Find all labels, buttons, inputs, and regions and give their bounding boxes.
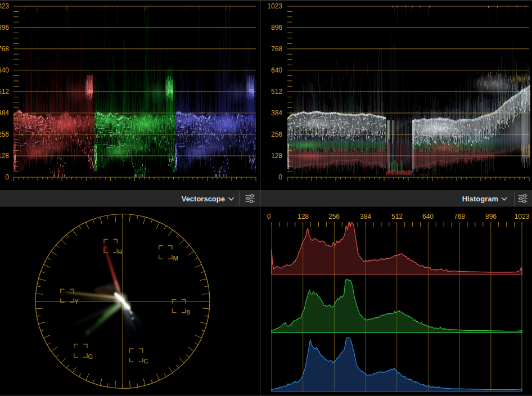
svg-text:384: 384	[360, 213, 371, 220]
svg-text:0: 0	[5, 173, 9, 181]
svg-text:768: 768	[0, 45, 9, 53]
svg-text:1023: 1023	[267, 2, 282, 10]
svg-text:B: B	[186, 309, 190, 316]
svg-text:Vectorscope: Vectorscope	[182, 195, 225, 203]
svg-text:1023: 1023	[0, 2, 9, 10]
svg-text:128: 128	[0, 152, 9, 160]
svg-text:512: 512	[391, 213, 403, 220]
svg-text:512: 512	[271, 88, 282, 96]
svg-text:R: R	[118, 249, 123, 255]
svg-text:1023: 1023	[515, 213, 530, 220]
svg-text:128: 128	[271, 152, 282, 160]
svg-text:256: 256	[328, 213, 340, 220]
svg-text:128: 128	[297, 213, 309, 220]
svg-text:0: 0	[267, 213, 271, 220]
svg-text:256: 256	[0, 130, 9, 138]
svg-text:384: 384	[271, 109, 282, 117]
svg-text:640: 640	[0, 66, 9, 74]
svg-text:G: G	[88, 353, 93, 360]
svg-text:M: M	[173, 255, 178, 262]
svg-text:640: 640	[271, 66, 282, 74]
svg-text:384: 384	[0, 109, 9, 117]
svg-text:768: 768	[271, 45, 282, 53]
svg-text:Histogram: Histogram	[462, 195, 498, 203]
svg-text:512: 512	[0, 88, 9, 96]
svg-text:640: 640	[422, 213, 434, 220]
svg-text:768: 768	[454, 213, 465, 220]
svg-text:256: 256	[271, 130, 282, 138]
svg-text:896: 896	[0, 24, 9, 32]
svg-text:896: 896	[271, 24, 282, 32]
svg-text:0: 0	[278, 173, 282, 181]
svg-text:C: C	[143, 358, 148, 364]
svg-text:896: 896	[485, 213, 497, 220]
